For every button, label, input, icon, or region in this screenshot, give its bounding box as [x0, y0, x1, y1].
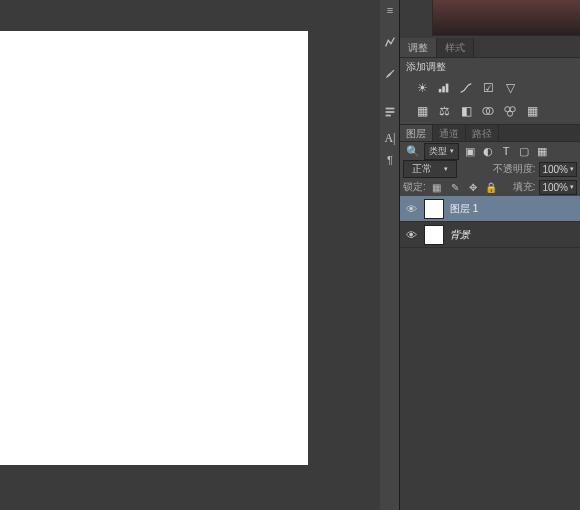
bw-icon[interactable]: ◧: [458, 103, 474, 118]
photo-filter-icon[interactable]: [480, 103, 496, 118]
layer-item[interactable]: 👁 背景: [400, 222, 580, 248]
layer-thumbnail[interactable]: [424, 199, 444, 219]
svg-rect-4: [442, 86, 445, 92]
search-icon[interactable]: 🔍: [406, 144, 420, 158]
blend-mode-select[interactable]: 正常: [403, 160, 457, 178]
color-balance-icon[interactable]: ⚖: [436, 103, 452, 118]
layer-filter-row: 🔍 类型 ▣ ◐ T ▢ ▦: [400, 142, 580, 160]
tab-channels[interactable]: 通道: [433, 125, 466, 141]
lock-row: 锁定: ▦ ✎ ✥ 🔒 填充: 100%: [400, 178, 580, 196]
opacity-value[interactable]: 100%: [539, 162, 577, 177]
tab-layers[interactable]: 图层: [400, 125, 433, 141]
vibrance-icon[interactable]: ▽: [502, 80, 518, 95]
filter-shape-icon[interactable]: ▢: [517, 144, 531, 158]
fill-value[interactable]: 100%: [539, 180, 577, 195]
lock-position-icon[interactable]: ✥: [466, 180, 480, 194]
fill-label: 填充:: [513, 180, 536, 194]
svg-rect-1: [386, 111, 395, 113]
levels-icon[interactable]: [436, 80, 452, 95]
blend-mode-row: 正常 不透明度: 100%: [400, 160, 580, 178]
character-icon[interactable]: A|: [380, 128, 400, 148]
svg-rect-2: [386, 115, 391, 117]
layer-item[interactable]: 👁 图层 1: [400, 196, 580, 222]
svg-rect-0: [386, 108, 395, 110]
opacity-label: 不透明度:: [493, 162, 536, 176]
visibility-eye-icon[interactable]: 👁: [404, 203, 418, 215]
lock-transparency-icon[interactable]: ▦: [430, 180, 444, 194]
svg-rect-3: [439, 88, 442, 92]
brightness-icon[interactable]: ☀: [414, 80, 430, 95]
filter-pixel-icon[interactable]: ▣: [463, 144, 477, 158]
paragraph-mark-icon[interactable]: ¶: [380, 150, 400, 170]
channel-mixer-icon[interactable]: [502, 103, 518, 118]
paragraph-icon[interactable]: [380, 102, 400, 122]
layer-name-label[interactable]: 图层 1: [450, 202, 478, 216]
vertical-tool-strip: ≡ A| ¶: [380, 0, 400, 510]
filter-smart-icon[interactable]: ▦: [535, 144, 549, 158]
adjustments-title: 添加调整: [400, 58, 580, 76]
layers-panel-tabs: 图层 通道 路径: [400, 124, 580, 142]
color-swatch-preview[interactable]: [432, 0, 580, 36]
color-lookup-icon[interactable]: ▦: [524, 103, 540, 118]
exposure-icon[interactable]: ☑: [480, 80, 496, 95]
canvas[interactable]: [0, 31, 308, 465]
tab-paths[interactable]: 路径: [466, 125, 499, 141]
lock-all-icon[interactable]: 🔒: [484, 180, 498, 194]
layer-thumbnail[interactable]: [424, 225, 444, 245]
layer-list: 👁 图层 1 👁 背景: [400, 196, 580, 248]
top-panel-tabs: 调整 样式: [400, 38, 580, 58]
brush-icon[interactable]: [380, 64, 400, 84]
tab-adjustments[interactable]: 调整: [400, 38, 437, 57]
layer-name-label[interactable]: 背景: [450, 228, 470, 242]
filter-type-dropdown[interactable]: 类型: [424, 143, 459, 160]
svg-point-10: [507, 111, 512, 116]
visibility-eye-icon[interactable]: 👁: [404, 229, 418, 241]
hue-icon[interactable]: ▦: [414, 103, 430, 118]
tab-styles[interactable]: 样式: [437, 38, 474, 57]
lock-label: 锁定:: [403, 180, 426, 194]
filter-adjustment-icon[interactable]: ◐: [481, 144, 495, 158]
svg-rect-5: [446, 83, 449, 92]
lock-pixels-icon[interactable]: ✎: [448, 180, 462, 194]
filter-type-icon[interactable]: T: [499, 144, 513, 158]
history-brush-icon[interactable]: [380, 32, 400, 52]
tool-icon-1[interactable]: ≡: [380, 0, 400, 20]
curves-icon[interactable]: [458, 80, 474, 95]
